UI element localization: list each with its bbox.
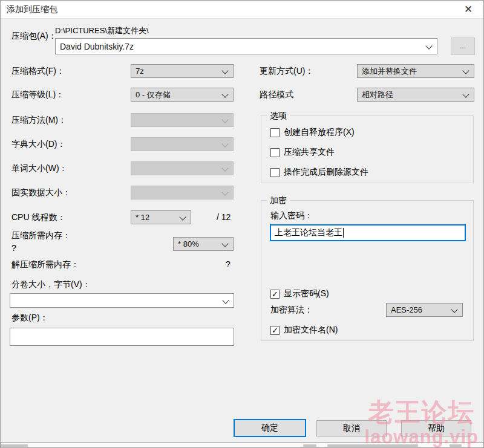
method-combobox (131, 113, 234, 127)
encryption-group-title: 加密 (267, 195, 290, 206)
archive-label: 压缩包(A)： (11, 31, 57, 42)
solid-size-combobox (131, 186, 234, 200)
format-combobox[interactable]: 7z (131, 64, 234, 78)
chevron-down-icon (221, 116, 228, 123)
chevron-down-icon (221, 164, 228, 171)
chevron-down-icon (451, 306, 457, 313)
path-mode-label: 路径模式 (260, 89, 293, 100)
smudge (327, 444, 418, 447)
checkbox-encrypt-filenames[interactable]: ✓ 加密文件名(N) (270, 325, 338, 336)
dialog-title: 添加到压缩包 (7, 4, 57, 15)
text-caret (343, 228, 344, 238)
cpu-threads-value: * 12 (136, 213, 149, 222)
checkbox-compress-shared[interactable]: 压缩共享文件 (270, 147, 335, 158)
chevron-down-icon (221, 91, 228, 97)
method-label: 压缩方法(M)： (11, 115, 67, 126)
help-button[interactable]: 帮助 (401, 420, 471, 437)
chevron-down-icon (462, 91, 469, 97)
add-to-archive-dialog: 添加到压缩包 ✕ 压缩包(A)： D:\PICTURES\新建文件夹\ Davi… (0, 0, 484, 448)
password-input[interactable]: 上老王论坛当老王 (270, 224, 466, 241)
chevron-down-icon (221, 240, 228, 247)
format-label: 压缩格式(F)： (11, 66, 65, 77)
archive-name-value: David Dubnitskiy.7z (60, 42, 134, 51)
smudge (1, 444, 28, 447)
memory-usage-combobox[interactable]: * 80% (173, 237, 234, 251)
checkbox-icon[interactable] (270, 168, 280, 177)
checkbox-icon[interactable]: ✓ (270, 326, 280, 335)
checkbox-create-sfx[interactable]: 创建自释放程序(X) (270, 127, 355, 138)
checkbox-delete-after[interactable]: 操作完成后删除源文件 (270, 167, 368, 178)
level-label: 压缩等级(L)： (11, 89, 64, 100)
ok-button[interactable]: 确定 (234, 419, 306, 437)
encryption-method-combobox[interactable]: AES-256 (386, 303, 463, 317)
memory-decompress-hint: ? (226, 259, 231, 269)
archive-dir-path: D:\PICTURES\新建文件夹\ (55, 25, 149, 36)
smudge (303, 444, 316, 447)
archive-name-combobox[interactable]: David Dubnitskiy.7z (55, 38, 437, 54)
chevron-down-icon (462, 67, 469, 74)
password-value: 上老王论坛当老王 (275, 227, 342, 238)
update-mode-combobox[interactable]: 添加并替换文件 (357, 64, 474, 78)
chevron-down-icon (425, 42, 432, 49)
chevron-down-icon (221, 189, 228, 195)
cpu-threads-max: / 12 (217, 212, 231, 222)
password-label: 输入密码： (270, 210, 313, 221)
checkbox-icon[interactable] (270, 148, 280, 157)
checkbox-icon[interactable] (270, 128, 280, 137)
checkbox-label: 加密文件名(N) (284, 325, 338, 336)
close-icon[interactable]: ✕ (460, 2, 476, 17)
checkbox-label: 操作完成后删除源文件 (284, 167, 368, 178)
chevron-down-icon (179, 213, 186, 220)
path-mode-value: 相对路径 (362, 89, 393, 100)
options-group-title: 选项 (267, 111, 290, 122)
chevron-down-icon (222, 297, 229, 304)
path-mode-combobox[interactable]: 相对路径 (357, 88, 474, 102)
smudge (450, 444, 462, 447)
update-mode-label: 更新方式(U)： (260, 66, 313, 77)
chevron-down-icon (221, 140, 228, 147)
memory-compress-hint: ? (11, 243, 16, 253)
volume-size-combobox[interactable] (10, 293, 234, 308)
checkbox-label: 显示密码(S) (284, 288, 329, 299)
checkbox-label: 压缩共享文件 (284, 147, 335, 158)
dictionary-combobox (131, 137, 234, 151)
background-app-strip (1, 443, 483, 447)
titlebar: 添加到压缩包 ✕ (1, 1, 483, 19)
checkbox-icon[interactable]: ✓ (270, 290, 280, 299)
memory-compress-label: 压缩所需内存： (11, 230, 71, 241)
memory-decompress-label: 解压缩所需内存： (11, 259, 79, 270)
format-value: 7z (136, 67, 144, 76)
volume-size-label: 分卷大小，字节(V)： (11, 279, 91, 290)
cpu-threads-combobox[interactable]: * 12 (131, 210, 191, 224)
parameters-label: 参数(P)： (11, 313, 48, 323)
checkbox-show-password[interactable]: ✓ 显示密码(S) (270, 288, 329, 299)
parameters-input[interactable] (10, 328, 234, 346)
word-size-combobox (131, 161, 234, 175)
encryption-method-value: AES-256 (391, 305, 422, 314)
encryption-method-label: 加密算法： (270, 305, 313, 316)
dictionary-label: 字典大小(D)： (11, 139, 65, 150)
memory-usage-value: * 80% (178, 239, 199, 248)
solid-size-label: 固实数据大小： (11, 187, 71, 198)
browse-button[interactable]: ... (451, 37, 475, 55)
level-combobox[interactable]: 0 - 仅存储 (131, 88, 234, 102)
cancel-button[interactable]: 取消 (316, 420, 387, 437)
word-size-label: 单词大小(W)： (11, 163, 68, 174)
cpu-threads-label: CPU 线程数： (11, 212, 65, 223)
chevron-down-icon (221, 67, 228, 74)
update-mode-value: 添加并替换文件 (362, 66, 417, 77)
level-value: 0 - 仅存储 (136, 89, 171, 100)
checkbox-label: 创建自释放程序(X) (284, 127, 355, 138)
